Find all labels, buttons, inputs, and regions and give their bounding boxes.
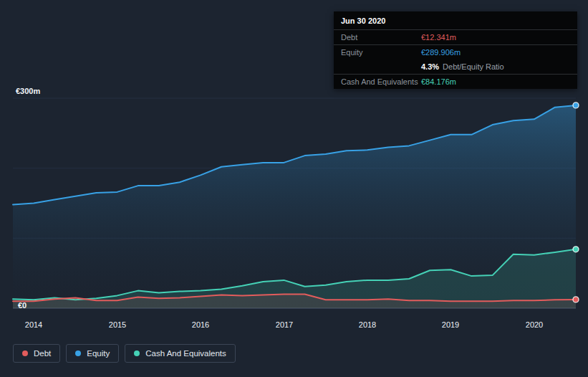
equity-legend-dot: [75, 350, 81, 356]
x-tick-2014: 2014: [25, 320, 42, 329]
tooltip-row-cash: Cash And Equivalents €84.176m: [334, 74, 577, 89]
legend-item-equity[interactable]: Equity: [66, 344, 119, 363]
x-tick-2019: 2019: [442, 320, 459, 329]
tooltip-row-ratio: 4.3%Debt/Equity Ratio: [334, 59, 577, 74]
x-axis: 2014 2015 2016 2017 2018 2019 2020: [0, 320, 588, 332]
x-tick-2016: 2016: [192, 320, 209, 329]
tooltip-cash-label: Cash And Equivalents: [341, 77, 421, 86]
debt-legend-dot: [22, 350, 28, 356]
tooltip-equity-value: €289.906m: [421, 48, 461, 57]
x-tick-2017: 2017: [276, 320, 293, 329]
legend-label-debt: Debt: [34, 349, 51, 358]
y-axis-label-0: €0: [18, 301, 26, 310]
x-tick-2018: 2018: [359, 320, 376, 329]
debt-equity-history-page: €300m €0 2014 2015 2016 2017 2018 2019 2…: [0, 0, 588, 377]
legend-label-cash: Cash And Equivalents: [145, 349, 226, 358]
cash-legend-dot: [134, 350, 140, 356]
legend-label-equity: Equity: [87, 349, 110, 358]
tooltip-row-equity: Equity €289.906m: [334, 44, 577, 59]
legend-item-cash[interactable]: Cash And Equivalents: [125, 344, 236, 363]
legend: Debt Equity Cash And Equivalents: [13, 344, 236, 363]
tooltip-debt-label: Debt: [341, 33, 421, 42]
tooltip-date: Jun 30 2020: [334, 11, 577, 29]
tooltip-equity-label: Equity: [341, 48, 421, 57]
legend-item-debt[interactable]: Debt: [13, 344, 60, 363]
tooltip-cash-value: €84.176m: [421, 77, 456, 86]
tooltip-ratio-label: Debt/Equity Ratio: [443, 62, 504, 71]
y-axis-label-300m: €300m: [16, 87, 40, 95]
tooltip-ratio-value: 4.3%Debt/Equity Ratio: [421, 62, 504, 71]
tooltip-row-debt: Debt €12.341m: [334, 29, 577, 44]
x-tick-2020: 2020: [526, 320, 543, 329]
x-tick-2015: 2015: [109, 320, 126, 329]
hover-tooltip: Jun 30 2020 Debt €12.341m Equity €289.90…: [334, 11, 577, 89]
tooltip-ratio-number: 4.3%: [421, 62, 439, 71]
tooltip-debt-value: €12.341m: [421, 33, 456, 42]
